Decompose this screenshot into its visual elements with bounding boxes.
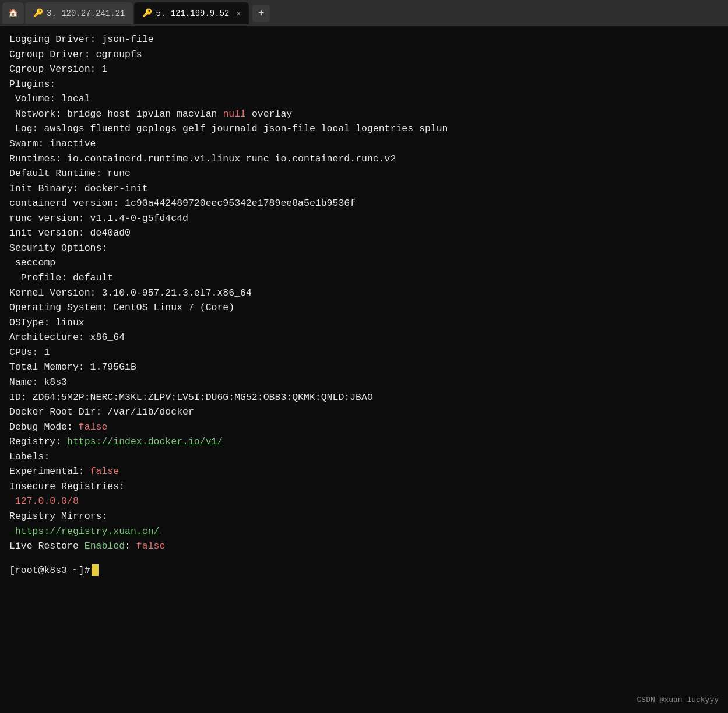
terminal-line-1: Logging Driver: json-file — [9, 32, 719, 47]
terminal-line-17: Profile: default — [9, 271, 719, 286]
terminal-line-27: Debug Mode: false — [9, 420, 719, 435]
terminal-line-14: init version: de40ad0 — [9, 226, 719, 241]
watermark: CSDN @xuan_luckyyy — [637, 694, 719, 706]
tab-bar: 🏠 🔑 3. 120.27.241.21 🔑 5. 121.199.9.52 ✕… — [0, 0, 728, 26]
terminal-line-35: Live Restore Enabled: false — [9, 539, 719, 554]
terminal-line-22: CPUs: 1 — [9, 345, 719, 360]
tab-2[interactable]: 🔑 5. 121.199.9.52 ✕ — [134, 2, 249, 24]
terminal-line-13: runc version: v1.1.4-0-g5fd4c4d — [9, 211, 719, 226]
terminal-line-12: containerd version: 1c90a442489720eec953… — [9, 196, 719, 211]
cursor — [92, 564, 99, 576]
terminal-line-15: Security Options: — [9, 241, 719, 256]
terminal-line-8: Swarm: inactive — [9, 136, 719, 152]
terminal-line-20: OSType: linux — [9, 315, 719, 331]
terminal-line-23: Total Memory: 1.795GiB — [9, 360, 719, 375]
terminal-line-2: Cgroup Driver: cgroupfs — [9, 47, 719, 62]
tab-1-icon: 🔑 — [33, 8, 43, 18]
terminal-line-21: Architecture: x86_64 — [9, 330, 719, 345]
home-icon: 🏠 — [8, 8, 18, 18]
terminal-line-30: Experimental: false — [9, 464, 719, 479]
terminal-line-31: Insecure Registries: — [9, 479, 719, 494]
prompt-text: [root@k8s3 ~]# — [9, 563, 90, 578]
tab-1[interactable]: 🔑 3. 120.27.241.21 — [25, 2, 133, 24]
terminal-line-4: Plugins: — [9, 77, 719, 92]
terminal-line-26: Docker Root Dir: /var/lib/docker — [9, 405, 719, 420]
terminal-line-28: Registry: https://index.docker.io/v1/ — [9, 434, 719, 449]
tab-2-label: 5. 121.199.9.52 — [156, 9, 229, 18]
prompt-line: [root@k8s3 ~]# — [9, 563, 719, 578]
new-tab-button[interactable]: + — [252, 5, 270, 22]
terminal-line-11: Init Binary: docker-init — [9, 181, 719, 196]
terminal-line-33: Registry Mirrors: — [9, 509, 719, 524]
terminal-line-10: Default Runtime: runc — [9, 166, 719, 181]
tab-2-icon: 🔑 — [142, 8, 152, 18]
tab-1-label: 3. 120.27.241.21 — [47, 9, 125, 18]
tab-home[interactable]: 🏠 — [2, 2, 24, 24]
terminal-line-6: Network: bridge host ipvlan macvlan null… — [9, 107, 719, 122]
terminal-line-34: https://registry.xuan.cn/ — [9, 524, 719, 539]
tab-2-close[interactable]: ✕ — [236, 9, 241, 18]
terminal-line-24: Name: k8s3 — [9, 375, 719, 390]
terminal-line-18: Kernel Version: 3.10.0-957.21.3.el7.x86_… — [9, 286, 719, 301]
terminal-line-3: Cgroup Version: 1 — [9, 62, 719, 77]
terminal-line-5: Volume: local — [9, 92, 719, 107]
terminal: Logging Driver: json-file Cgroup Driver:… — [0, 26, 728, 713]
terminal-line-7: Log: awslogs fluentd gcplogs gelf journa… — [9, 121, 719, 136]
terminal-line-19: Operating System: CentOS Linux 7 (Core) — [9, 300, 719, 315]
terminal-line-16: seccomp — [9, 255, 719, 271]
terminal-line-9: Runtimes: io.containerd.runtime.v1.linux… — [9, 152, 719, 167]
terminal-line-29: Labels: — [9, 449, 719, 465]
terminal-line-32: 127.0.0.0/8 — [9, 494, 719, 509]
terminal-line-25: ID: ZD64:5M2P:NERC:M3KL:ZLPV:LV5I:DU6G:M… — [9, 390, 719, 405]
